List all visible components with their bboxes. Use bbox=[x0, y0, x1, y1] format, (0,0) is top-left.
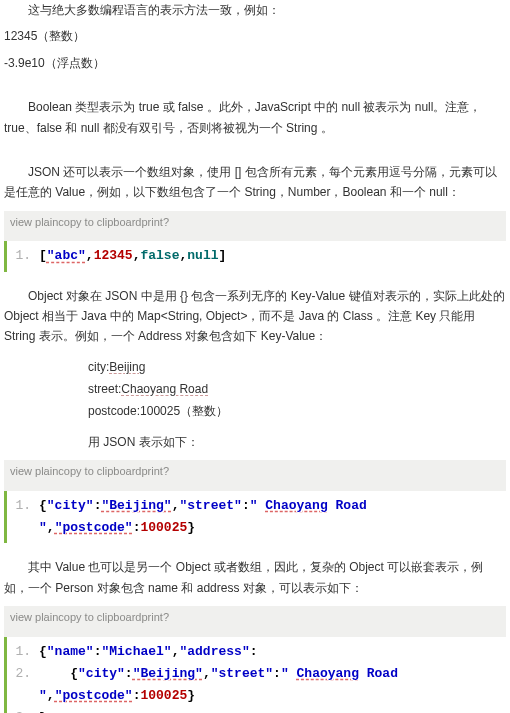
copy-link[interactable]: copy to clipboard bbox=[58, 465, 141, 477]
copy-link[interactable]: copy to clipboard bbox=[58, 216, 141, 228]
view-plain-link[interactable]: view plain bbox=[10, 611, 58, 623]
paragraph: 其中 Value 也可以是另一个 Object 或者数组，因此，复杂的 Obje… bbox=[4, 557, 506, 598]
help-link[interactable]: ? bbox=[163, 611, 169, 623]
paragraph: 用 JSON 表示如下： bbox=[4, 432, 506, 452]
code-block-1: 1. ["abc",12345,false,null] bbox=[4, 241, 506, 271]
code-block-3: 1. {"name":"Michael","address": 2. {"cit… bbox=[4, 637, 506, 713]
view-plain-link[interactable]: view plain bbox=[10, 216, 58, 228]
code-block-2: 1. {"city":"Beijing","street":" Chaoyang… bbox=[4, 491, 506, 543]
print-link[interactable]: print bbox=[141, 216, 162, 228]
print-link[interactable]: print bbox=[141, 465, 162, 477]
paragraph: Object 对象在 JSON 中是用 {} 包含一系列无序的 Key-Valu… bbox=[4, 286, 506, 347]
kv-label: postcode: bbox=[88, 404, 140, 418]
line-number: 1. bbox=[13, 495, 39, 517]
code-toolbar: view plaincopy to clipboardprint? bbox=[4, 606, 506, 637]
code-toolbar: view plaincopy to clipboardprint? bbox=[4, 460, 506, 491]
paragraph: Boolean 类型表示为 true 或 false 。此外，JavaScrip… bbox=[4, 97, 506, 138]
help-link[interactable]: ? bbox=[163, 465, 169, 477]
code-example-float: -3.9e10（浮点数） bbox=[4, 53, 506, 73]
view-plain-link[interactable]: view plain bbox=[10, 465, 58, 477]
print-link[interactable]: print bbox=[141, 611, 162, 623]
code-content: } bbox=[39, 707, 47, 713]
code-example-integer: 12345（整数） bbox=[4, 26, 506, 46]
kv-value: Beijing bbox=[109, 360, 145, 374]
code-toolbar: view plaincopy to clipboardprint? bbox=[4, 211, 506, 242]
kv-label: street: bbox=[88, 382, 121, 396]
kv-value: Chaoyang Road bbox=[121, 382, 208, 396]
code-content: ["abc",12345,false,null] bbox=[39, 245, 226, 267]
line-number: 1. bbox=[13, 245, 39, 267]
copy-link[interactable]: copy to clipboard bbox=[58, 611, 141, 623]
paragraph: JSON 还可以表示一个数组对象，使用 [] 包含所有元素，每个元素用逗号分隔，… bbox=[4, 162, 506, 203]
key-value-block: city:Beijing street:Chaoyang Road postco… bbox=[4, 357, 506, 422]
code-content: {"name":"Michael","address": bbox=[39, 641, 258, 663]
paragraph: 这与绝大多数编程语言的表示方法一致，例如： bbox=[4, 0, 506, 20]
kv-value: 100025（整数） bbox=[140, 404, 228, 418]
help-link[interactable]: ? bbox=[163, 216, 169, 228]
line-number: 1. bbox=[13, 641, 39, 663]
line-number: 2. bbox=[13, 663, 39, 685]
code-content: {"city":"Beijing","street":" Chaoyang Ro… bbox=[39, 495, 506, 539]
code-content: {"city":"Beijing","street":" Chaoyang Ro… bbox=[39, 663, 506, 707]
kv-label: city: bbox=[88, 360, 109, 374]
line-number: 3. bbox=[13, 707, 39, 713]
